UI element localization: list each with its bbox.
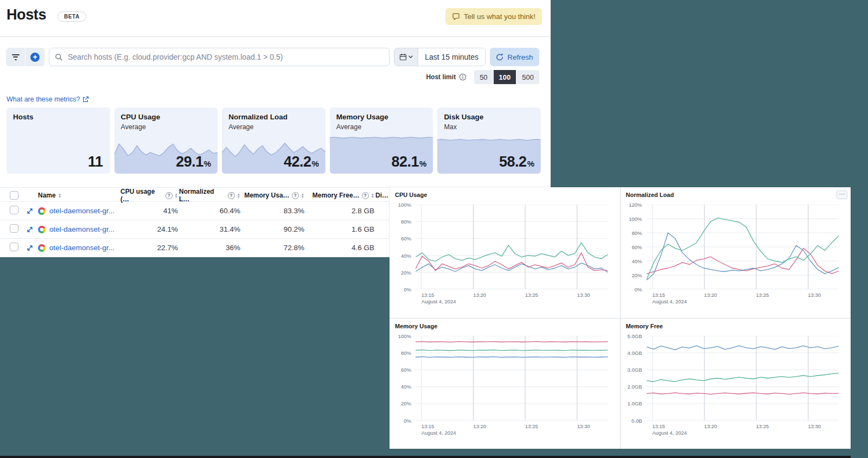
row-checkbox[interactable] — [10, 243, 18, 251]
plus-circle-icon — [30, 53, 40, 62]
sort-icon[interactable] — [175, 193, 178, 198]
search-toolbar: Last 15 minutes Refresh — [6, 48, 539, 66]
plot-area-memory-usage: 13:15August 4, 202413:2013:2513:30 — [416, 336, 608, 421]
sort-icon[interactable] — [371, 193, 374, 198]
row-checkbox[interactable] — [10, 224, 18, 233]
beta-badge: BETA — [58, 11, 86, 22]
x-axis-labels: 13:15August 4, 202413:2013:2513:30 — [647, 292, 839, 308]
refresh-label: Refresh — [507, 53, 533, 61]
column-header-name[interactable]: Name — [38, 192, 56, 199]
x-axis-labels: 13:15August 4, 202413:2013:2513:30 — [647, 423, 839, 440]
sort-icon[interactable] — [237, 193, 240, 198]
filter-icon — [12, 54, 20, 60]
chart-title: Normalized Load — [626, 192, 845, 198]
host-name-link[interactable]: otel-daemonset-gr... — [49, 207, 114, 215]
kpi-title: Hosts — [13, 113, 104, 121]
date-picker-group: Last 15 minutes — [394, 48, 486, 66]
calendar-icon — [399, 53, 407, 61]
column-header-memory-usage[interactable]: Memory Usa… — [244, 192, 289, 199]
what-are-these-metrics-link[interactable]: What are these metrics? — [7, 96, 89, 103]
chart-tile-normalized-load: Normalized Load 0%20%40%60%80%100%120% 1… — [621, 187, 851, 318]
host-limit-label: Host limit — [426, 73, 456, 81]
column-header-normalized-load[interactable]: Normalized L… — [179, 188, 226, 203]
table-header-row: Name CPU usage (… Normalized L… Memory U… — [0, 187, 450, 202]
refresh-button[interactable]: Refresh — [490, 48, 539, 66]
host-limit-control: Host limit 50 100 500 — [426, 70, 539, 84]
kpi-subtitle: Average — [336, 123, 427, 131]
memory-free-cell: 2.8 GB — [305, 207, 375, 215]
help-icon[interactable] — [362, 192, 369, 199]
page-title: Hosts — [7, 7, 46, 23]
kpi-value: 29.1 — [176, 154, 203, 170]
host-limit-500[interactable]: 500 — [516, 70, 539, 84]
metrics-link-label: What are these metrics? — [7, 96, 80, 103]
host-limit-options: 50 100 500 — [474, 70, 539, 84]
memory-free-cell: 1.6 GB — [305, 225, 375, 233]
chart-title: Memory Free — [626, 323, 845, 329]
host-name-link[interactable]: otel-daemonset-gr... — [49, 244, 114, 252]
kpi-unit: % — [527, 159, 534, 168]
y-axis-labels: 0%20%40%60%80%100% — [395, 205, 416, 289]
normalized-load-cell: 60.4% — [179, 207, 241, 215]
column-header-cpu[interactable]: CPU usage (… — [120, 188, 163, 203]
cpu-usage-cell: 24.1% — [120, 225, 179, 233]
host-icon — [38, 207, 46, 215]
hosts-table: Name CPU usage (… Normalized L… Memory U… — [0, 187, 450, 257]
column-header-disk[interactable]: Di… — [375, 192, 388, 199]
expand-icon[interactable] — [26, 207, 34, 215]
host-icon — [38, 244, 46, 252]
feedback-button[interactable]: Tell us what you think! — [445, 8, 542, 25]
kpi-value: 82.1 — [391, 154, 419, 170]
help-icon[interactable] — [165, 192, 173, 199]
info-icon[interactable] — [459, 73, 467, 81]
kpi-subtitle: Max — [444, 123, 534, 131]
add-filter-button[interactable] — [25, 48, 44, 66]
kpi-title: CPU Usage — [121, 113, 212, 121]
memory-usage-cell: 83.3% — [241, 207, 305, 215]
chart-options-icon[interactable] — [837, 190, 847, 199]
kpi-card-disk-usage[interactable]: Disk Usage Max 58.2% — [437, 107, 541, 174]
chart-tile-cpu-usage: CPU Usage 0%20%40%60%80%100% 13:15August… — [390, 187, 620, 318]
kpi-card-normalized-load[interactable]: Normalized Load Average 42.2% — [222, 107, 326, 174]
plot-area-memory-free: 13:15August 4, 202413:2013:2513:30 — [647, 336, 839, 421]
kpi-subtitle: Average — [121, 123, 212, 131]
memory-usage-cell: 72.8% — [241, 244, 305, 252]
expand-icon[interactable] — [26, 226, 34, 233]
plot-area-cpu-usage: 13:15August 4, 202413:2013:2513:30 — [416, 205, 608, 289]
page-header: Hosts BETA Tell us what you think! — [0, 0, 551, 37]
time-range-display[interactable]: Last 15 minutes — [418, 48, 485, 66]
kpi-unit: % — [204, 159, 211, 168]
cpu-usage-cell: 22.7% — [120, 244, 179, 252]
kpi-cards-row: Hosts 11 CPU Usage Average 29.1% Normali… — [7, 107, 541, 174]
column-header-memory-free[interactable]: Memory Free… — [312, 192, 360, 199]
kpi-card-memory-usage[interactable]: Memory Usage Average 82.1% — [330, 107, 433, 174]
sort-icon[interactable] — [58, 193, 61, 198]
host-name-link[interactable]: otel-daemonset-gr... — [49, 225, 114, 233]
sort-icon[interactable] — [301, 193, 304, 198]
help-icon[interactable] — [292, 192, 299, 199]
chart-title: Memory Usage — [395, 323, 614, 329]
kpi-card-hosts[interactable]: Hosts 11 — [7, 107, 110, 174]
search-field-wrap — [49, 48, 390, 66]
host-limit-100[interactable]: 100 — [494, 70, 516, 84]
memory-usage-cell: 90.2% — [241, 225, 305, 233]
kpi-title: Disk Usage — [444, 113, 534, 121]
filter-button[interactable] — [6, 48, 25, 66]
kpi-value: 42.2 — [284, 154, 311, 170]
kpi-title: Memory Usage — [336, 113, 427, 121]
host-icon — [38, 226, 46, 233]
expand-icon[interactable] — [26, 244, 34, 252]
chart-tile-memory-usage: Memory Usage 0%20%40%60%80%100% 13:15Aug… — [390, 319, 620, 449]
y-axis-labels: 0%20%40%60%80%100% — [395, 336, 416, 421]
kpi-card-cpu-usage[interactable]: CPU Usage Average 29.1% — [114, 107, 218, 174]
normalized-load-cell: 31.4% — [179, 225, 241, 233]
search-input[interactable] — [49, 48, 390, 66]
help-icon[interactable] — [228, 192, 235, 199]
filter-group — [6, 48, 44, 66]
date-picker-button[interactable] — [394, 48, 418, 66]
screen-edge — [0, 456, 851, 458]
kpi-unit: % — [311, 159, 318, 168]
select-all-checkbox[interactable] — [10, 191, 18, 200]
row-checkbox[interactable] — [10, 206, 18, 214]
host-limit-50[interactable]: 50 — [474, 70, 493, 84]
